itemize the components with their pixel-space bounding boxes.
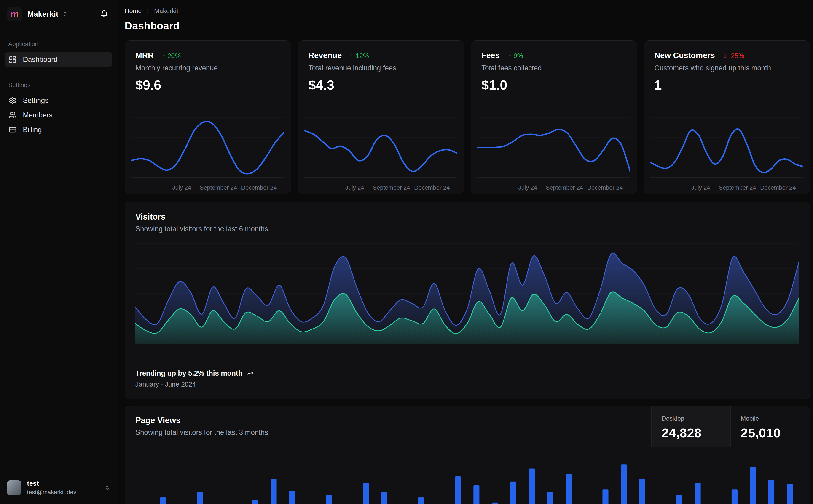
fees-sparkline-chart (477, 112, 630, 180)
visitors-subtitle: Showing total visitors for the last 6 mo… (135, 225, 799, 233)
user-name: test (27, 480, 76, 487)
stat-title: Revenue (309, 51, 342, 60)
stat-delta-badge: ↓-25% (724, 52, 744, 60)
user-meta: test test@makerkit.dev (27, 480, 76, 496)
stat-value: $1.0 (481, 77, 626, 93)
sidebar: m Makerkit Application Dashboard (0, 0, 117, 504)
tick-label: December 24 (241, 184, 277, 191)
arrow-up-icon: ↑ (350, 52, 354, 59)
page-title: Dashboard (125, 20, 810, 32)
arrow-down-icon: ↓ (724, 52, 727, 59)
sidebar-item-label: Members (23, 111, 52, 119)
nav-section-settings: Settings (5, 82, 112, 89)
user-menu[interactable]: test test@makerkit.dev (0, 480, 117, 496)
tick-label: July 24 (172, 184, 191, 191)
stat-card-fees: Fees ↑9% Total fees collected $1.0 July … (471, 40, 637, 194)
tick-label: September 24 (373, 184, 410, 191)
nav-spacer (5, 67, 112, 82)
stat-description: Total revenue including fees (309, 64, 453, 72)
credit-card-icon (9, 126, 16, 134)
stat-value: $9.6 (135, 77, 280, 93)
tab-label: Desktop (662, 415, 731, 422)
tick-label: July 24 (345, 184, 364, 191)
stat-description: Monthly recurring revenue (135, 64, 280, 72)
tick-label: September 24 (199, 184, 237, 191)
tick-label: September 24 (546, 184, 583, 191)
page-views-bar-chart (125, 453, 810, 504)
sidebar-nav: Application Dashboard Settings Settings (0, 41, 117, 137)
sidebar-item-members[interactable]: Members (5, 108, 112, 122)
breadcrumb-home-link[interactable]: Home (125, 8, 142, 14)
sidebar-item-label: Billing (23, 126, 42, 134)
page-views-subtitle: Showing total visitors for the last 3 mo… (135, 428, 641, 437)
page-views-title: Page Views (135, 416, 641, 425)
stat-value: $4.3 (309, 77, 453, 93)
users-icon (9, 111, 16, 119)
chevrons-up-down-icon (104, 485, 110, 491)
nav-section-application: Application (5, 41, 112, 48)
sidebar-item-billing[interactable]: Billing (5, 122, 112, 137)
layout-dashboard-icon (9, 56, 16, 64)
stat-description: Customers who signed up this month (655, 64, 799, 72)
notifications-button[interactable] (100, 10, 108, 19)
visitors-area-chart (135, 243, 799, 344)
tick-label: September 24 (719, 184, 756, 191)
page-views-header: Page Views Showing total visitors for th… (125, 406, 810, 447)
tab-mobile[interactable]: Mobile 25,010 (731, 406, 810, 447)
x-axis-ticks: July 24 September 24 December 24 (651, 180, 803, 194)
visitors-trend-text: Trending up by 5.2% this month (135, 369, 243, 377)
stat-title: New Customers (655, 51, 715, 60)
sidebar-item-label: Settings (23, 96, 48, 105)
new-customers-sparkline-chart (651, 112, 803, 180)
tick-label: December 24 (587, 184, 623, 191)
stat-delta-badge: ↑20% (162, 52, 181, 60)
trending-up-icon (247, 370, 253, 377)
gear-icon (9, 97, 16, 104)
breadcrumb-current: Makerkit (154, 8, 178, 14)
visitors-title: Visitors (135, 212, 799, 222)
workspace-name: Makerkit (27, 10, 58, 19)
revenue-sparkline-chart (304, 112, 457, 180)
stat-description: Total fees collected (481, 64, 626, 72)
dashboard-page: m Makerkit Application Dashboard (0, 0, 813, 504)
user-email: test@makerkit.dev (27, 489, 76, 496)
tab-value: 25,010 (741, 425, 810, 440)
tick-label: July 24 (518, 184, 537, 191)
bell-icon (100, 10, 108, 19)
page-views-card: Page Views Showing total visitors for th… (125, 406, 810, 504)
main-content: Home Makerkit Dashboard MRR ↑20% Monthly… (117, 0, 813, 504)
visitors-date-range: January - June 2024 (135, 381, 799, 388)
chevrons-up-down-icon (62, 11, 68, 17)
stat-delta-badge: ↑12% (350, 52, 369, 60)
stat-title: MRR (135, 51, 154, 60)
chevron-right-icon (145, 8, 150, 13)
stat-delta-badge: ↑9% (508, 52, 523, 60)
sidebar-item-label: Dashboard (23, 56, 58, 64)
sidebar-item-dashboard[interactable]: Dashboard (5, 52, 112, 67)
x-axis-ticks: July 24 September 24 December 24 (131, 180, 284, 194)
arrow-up-icon: ↑ (162, 52, 166, 59)
stat-value: 1 (655, 77, 799, 93)
mrr-sparkline-chart (131, 112, 284, 180)
tab-desktop[interactable]: Desktop 24,828 (651, 406, 731, 447)
x-axis-ticks: July 24 September 24 December 24 (304, 180, 457, 194)
x-axis-ticks: July 24 September 24 December 24 (477, 180, 630, 194)
tab-value: 24,828 (662, 425, 731, 440)
stat-card-mrr: MRR ↑20% Monthly recurring revenue $9.6 … (125, 40, 291, 194)
tick-label: July 24 (691, 184, 710, 191)
tab-label: Mobile (741, 415, 810, 422)
stat-card-revenue: Revenue ↑12% Total revenue including fee… (298, 40, 464, 194)
stat-title: Fees (481, 51, 500, 60)
workspace-row: m Makerkit (0, 7, 117, 21)
tick-label: December 24 (414, 184, 450, 191)
workspace-selector[interactable] (62, 11, 68, 17)
visitors-card: Visitors Showing total visitors for the … (125, 202, 810, 399)
breadcrumb: Home Makerkit (125, 8, 810, 14)
visitors-footer: Trending up by 5.2% this month January -… (135, 369, 799, 388)
stat-card-new-customers: New Customers ↓-25% Customers who signed… (644, 40, 810, 194)
user-avatar (7, 480, 21, 495)
stat-cards-row: MRR ↑20% Monthly recurring revenue $9.6 … (125, 40, 810, 194)
tick-label: December 24 (760, 184, 796, 191)
arrow-up-icon: ↑ (508, 52, 512, 59)
sidebar-item-settings[interactable]: Settings (5, 93, 112, 108)
